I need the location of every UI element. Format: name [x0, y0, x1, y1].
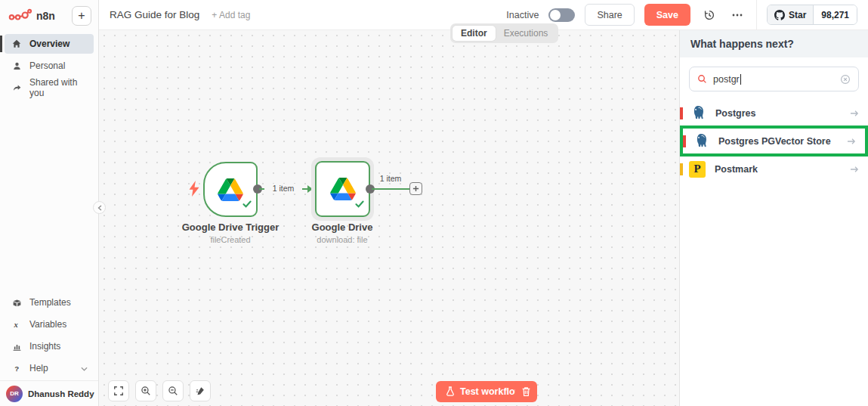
user-name: Dhanush Reddy [28, 389, 94, 398]
new-workflow-button[interactable]: + [72, 6, 91, 26]
node-option-postmark[interactable]: P Postmark [680, 157, 868, 181]
share-button[interactable]: Share [585, 4, 634, 26]
flask-icon [446, 386, 455, 397]
left-sidebar: n8n + Overview Personal Shared [0, 0, 99, 406]
node-title: Google Drive [289, 222, 395, 233]
zoom-in-button[interactable] [135, 380, 156, 401]
google-drive-icon [330, 178, 356, 200]
brand-name: n8n [36, 10, 55, 22]
search-value: postgr [713, 74, 740, 85]
star-count: 98,271 [814, 5, 857, 24]
arrow-right-icon [850, 110, 859, 117]
success-check-icon [242, 197, 252, 211]
sidebar-item-templates[interactable]: Templates [5, 293, 94, 312]
node-option-postgres[interactable]: Postgres [680, 101, 868, 126]
highlighted-option-box: Postgres PGVector Store [680, 126, 868, 157]
save-button[interactable]: Save [644, 4, 690, 26]
text-caret [740, 74, 741, 85]
sidebar-item-variables[interactable]: x Variables [5, 315, 94, 334]
github-star-widget[interactable]: Star 98,271 [767, 5, 857, 25]
package-icon [11, 298, 23, 308]
arrow-right-icon [850, 166, 859, 173]
google-drive-icon [218, 178, 243, 201]
trigger-bolt-icon [189, 181, 200, 200]
connection-items-label: 1 item [264, 184, 302, 194]
toggle-knob [550, 10, 561, 20]
sidebar-item-label: Personal [29, 60, 65, 71]
help-icon: ? [11, 364, 23, 373]
sidebar-spacer [0, 100, 98, 290]
node-subtitle: fileCreated [170, 235, 291, 244]
sidebar-item-label: Templates [29, 297, 71, 308]
user-menu-row[interactable]: DR Dhanush Reddy [0, 380, 98, 406]
item-accent-bar [680, 163, 683, 175]
postmark-icon: P [689, 161, 706, 178]
more-options-icon[interactable] [728, 6, 746, 24]
node-option-label: Postgres [715, 108, 756, 119]
n8n-logo-icon [8, 8, 32, 23]
trash-icon [521, 386, 531, 397]
node-picker-panel: What happens next? postgr Postgres [679, 30, 868, 406]
node-option-label: Postmark [715, 164, 758, 175]
tidy-up-icon[interactable] [190, 380, 211, 401]
node-google-drive-trigger[interactable] [203, 162, 258, 217]
clear-search-icon[interactable] [840, 74, 851, 85]
n8n-logo[interactable]: n8n [8, 8, 55, 23]
connection-items-label: 1 item [372, 174, 409, 183]
node-label-block: Google Drive download: file [289, 222, 395, 244]
node-title: Google Drive Trigger [170, 222, 291, 233]
variables-icon: x [11, 320, 23, 330]
postgres-icon [692, 132, 709, 150]
sidebar-item-overview[interactable]: Overview [5, 34, 94, 54]
user-icon [11, 61, 23, 71]
sidebar-item-help[interactable]: ? Help [5, 358, 94, 378]
panel-title: What happens next? [680, 30, 868, 57]
add-tag-button[interactable]: + Add tag [212, 10, 250, 20]
sidebar-item-insights[interactable]: Insights [5, 336, 94, 356]
sidebar-item-label: Help [29, 363, 48, 373]
node-option-postgres-pgvector-store[interactable]: Postgres PGVector Store [683, 129, 865, 153]
workflow-canvas[interactable]: 1 item 1 item Google Drive Trigger [99, 30, 679, 406]
sidebar-item-label: Insights [29, 341, 60, 352]
item-accent-bar [683, 135, 686, 147]
canvas-controls [108, 380, 211, 401]
delete-workflow-button[interactable] [515, 381, 537, 402]
sidebar-item-shared[interactable]: Shared with you [5, 78, 94, 98]
sidebar-item-personal[interactable]: Personal [5, 56, 94, 76]
avatar: DR [6, 386, 23, 402]
sidebar-item-label: Overview [29, 39, 70, 49]
connection-line[interactable] [372, 188, 409, 190]
postgres-icon [689, 104, 706, 122]
item-accent-bar [680, 107, 683, 119]
workflow-title[interactable]: RAG Guide for Blog [110, 9, 199, 20]
node-label-block: Google Drive Trigger fileCreated [170, 222, 291, 244]
zoom-out-button[interactable] [162, 380, 184, 401]
status-label: Inactive [506, 10, 539, 20]
svg-text:x: x [13, 321, 18, 329]
success-check-icon [355, 197, 364, 211]
svg-text:?: ? [14, 364, 19, 373]
tab-executions[interactable]: Executions [496, 26, 557, 41]
tab-editor[interactable]: Editor [453, 26, 496, 41]
sidebar-item-label: Variables [29, 319, 66, 330]
chevron-down-icon [81, 363, 88, 373]
chart-icon [11, 342, 23, 352]
fit-view-button[interactable] [108, 380, 129, 401]
active-toggle[interactable] [548, 8, 575, 22]
node-subtitle: download: file [289, 235, 395, 244]
sidebar-collapse-button[interactable] [93, 201, 106, 214]
star-label: Star [789, 10, 806, 20]
add-node-plus-button[interactable] [409, 182, 422, 195]
arrow-right-icon [847, 138, 856, 145]
node-google-drive[interactable] [315, 161, 370, 217]
node-option-label: Postgres PGVector Store [718, 136, 831, 147]
github-icon [774, 10, 785, 20]
sidebar-item-label: Shared with you [29, 77, 88, 98]
editor-tabs: Editor Executions [450, 23, 558, 43]
n8n-app: n8n + Overview Personal Shared [0, 0, 868, 406]
search-icon [697, 74, 707, 84]
node-search-input[interactable]: postgr [689, 67, 859, 91]
test-workflow-label: Test workflow [460, 386, 522, 397]
history-icon[interactable] [700, 6, 718, 24]
share-arrow-icon [11, 83, 23, 93]
